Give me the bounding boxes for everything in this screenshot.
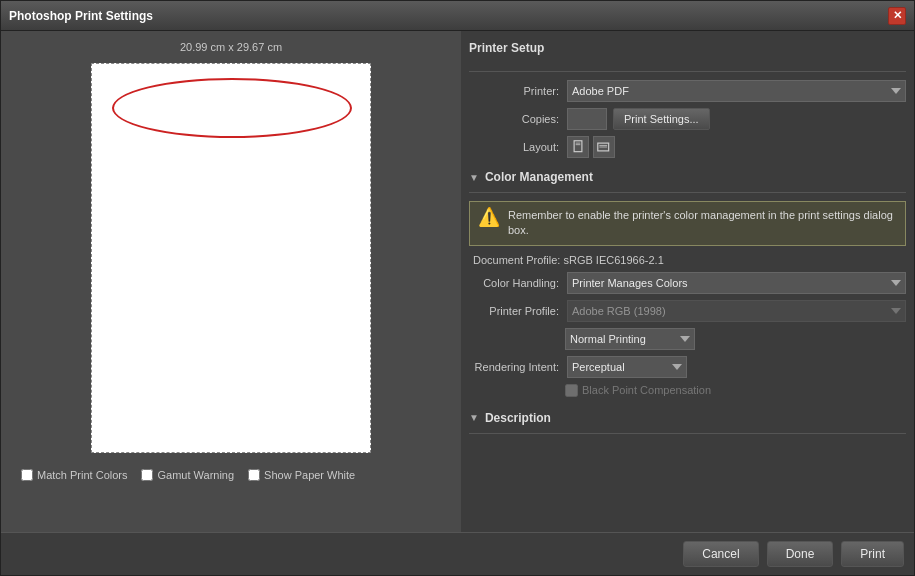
done-button[interactable]: Done bbox=[767, 541, 834, 567]
copies-input[interactable]: 1 bbox=[567, 108, 607, 130]
gamut-warning-label: Gamut Warning bbox=[157, 469, 234, 481]
match-print-colors-group: Match Print Colors bbox=[21, 469, 127, 481]
normal-printing-select[interactable]: Normal Printing bbox=[565, 328, 695, 350]
color-handling-select[interactable]: Printer Manages Colors bbox=[567, 272, 906, 294]
rendering-intent-select[interactable]: Perceptual bbox=[567, 356, 687, 378]
color-handling-row: Color Handling: Printer Manages Colors bbox=[469, 272, 906, 294]
main-window: Photoshop Print Settings ✕ 20.99 cm x 29… bbox=[0, 0, 915, 576]
rendering-intent-label: Rendering Intent: bbox=[469, 361, 559, 373]
printer-profile-select[interactable]: Adobe RGB (1998) bbox=[567, 300, 906, 322]
printer-select-container: Adobe PDF bbox=[567, 80, 906, 102]
warning-box: ⚠️ Remember to enable the printer's colo… bbox=[469, 201, 906, 246]
match-print-colors-checkbox[interactable] bbox=[21, 469, 33, 481]
paper-container bbox=[91, 63, 371, 453]
normal-printing-row: Normal Printing bbox=[565, 328, 906, 350]
black-point-checkbox[interactable] bbox=[565, 384, 578, 397]
red-oval-annotation bbox=[112, 78, 352, 138]
gamut-warning-checkbox[interactable] bbox=[141, 469, 153, 481]
match-print-colors-label: Match Print Colors bbox=[37, 469, 127, 481]
preview-footer: Match Print Colors Gamut Warning Show Pa… bbox=[11, 463, 451, 487]
title-bar: Photoshop Print Settings ✕ bbox=[1, 1, 914, 31]
printer-row: Printer: Adobe PDF bbox=[469, 80, 906, 102]
document-profile: Document Profile: sRGB IEC61966-2.1 bbox=[473, 254, 906, 266]
color-management-header[interactable]: ▼ Color Management bbox=[469, 170, 906, 184]
settings-panel: Printer Setup Printer: Adobe PDF Copies:… bbox=[461, 31, 914, 532]
print-settings-button[interactable]: Print Settings... bbox=[613, 108, 710, 130]
layout-icons bbox=[567, 136, 615, 158]
warning-text: Remember to enable the printer's color m… bbox=[508, 208, 897, 239]
printer-profile-select-container: Adobe RGB (1998) bbox=[567, 300, 906, 322]
printer-setup-title: Printer Setup bbox=[469, 41, 906, 55]
show-paper-white-group: Show Paper White bbox=[248, 469, 355, 481]
black-point-row: Black Point Compensation bbox=[565, 384, 906, 397]
layout-label: Layout: bbox=[469, 141, 559, 153]
rendering-intent-row: Rendering Intent: Perceptual bbox=[469, 356, 906, 378]
description-title: Description bbox=[485, 411, 551, 425]
rendering-intent-select-container: Perceptual bbox=[567, 356, 906, 378]
close-button[interactable]: ✕ bbox=[888, 7, 906, 25]
show-paper-white-checkbox[interactable] bbox=[248, 469, 260, 481]
show-paper-white-label: Show Paper White bbox=[264, 469, 355, 481]
color-management-collapse: ▼ bbox=[469, 172, 479, 183]
printer-label: Printer: bbox=[469, 85, 559, 97]
warning-icon: ⚠️ bbox=[478, 208, 500, 226]
color-handling-select-container: Printer Manages Colors bbox=[567, 272, 906, 294]
color-management-title: Color Management bbox=[485, 170, 593, 184]
paper-preview bbox=[91, 63, 371, 453]
svg-rect-0 bbox=[574, 141, 582, 152]
window-title: Photoshop Print Settings bbox=[9, 9, 153, 23]
gamut-warning-group: Gamut Warning bbox=[141, 469, 234, 481]
printer-profile-label: Printer Profile: bbox=[469, 305, 559, 317]
print-button[interactable]: Print bbox=[841, 541, 904, 567]
layout-landscape-button[interactable] bbox=[593, 136, 615, 158]
description-section: ▼ Description bbox=[469, 411, 906, 442]
layout-row: Layout: bbox=[469, 136, 906, 158]
page-size-label: 20.99 cm x 29.67 cm bbox=[180, 41, 282, 53]
copies-label: Copies: bbox=[469, 113, 559, 125]
copies-row: Copies: 1 Print Settings... bbox=[469, 108, 906, 130]
description-collapse: ▼ bbox=[469, 412, 479, 423]
color-handling-label: Color Handling: bbox=[469, 277, 559, 289]
color-management-section: ▼ Color Management ⚠️ Remember to enable… bbox=[469, 170, 906, 403]
black-point-label: Black Point Compensation bbox=[582, 384, 711, 396]
description-header[interactable]: ▼ Description bbox=[469, 411, 906, 425]
printer-profile-row: Printer Profile: Adobe RGB (1998) bbox=[469, 300, 906, 322]
layout-portrait-button[interactable] bbox=[567, 136, 589, 158]
printer-select[interactable]: Adobe PDF bbox=[567, 80, 906, 102]
main-content: 20.99 cm x 29.67 cm Match Print Colors G… bbox=[1, 31, 914, 532]
bottom-bar: Cancel Done Print bbox=[1, 532, 914, 575]
preview-panel: 20.99 cm x 29.67 cm Match Print Colors G… bbox=[1, 31, 461, 532]
cancel-button[interactable]: Cancel bbox=[683, 541, 758, 567]
